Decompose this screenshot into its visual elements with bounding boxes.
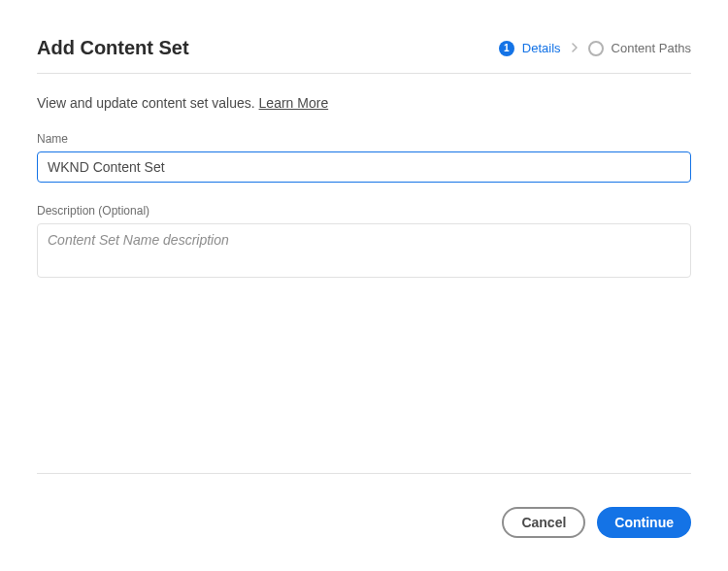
intro-text: View and update content set values. Lear… <box>37 95 691 111</box>
description-input[interactable] <box>37 223 691 278</box>
name-label: Name <box>37 132 691 146</box>
learn-more-link[interactable]: Learn More <box>259 95 329 111</box>
continue-button[interactable]: Continue <box>597 507 691 538</box>
description-label: Description (Optional) <box>37 204 691 218</box>
chevron-right-icon <box>571 42 579 55</box>
page-title: Add Content Set <box>37 37 189 59</box>
step-circle-icon <box>588 41 604 56</box>
step-label: Details <box>522 41 561 55</box>
step-content-paths[interactable]: Content Paths <box>588 41 691 56</box>
footer-divider <box>37 473 691 474</box>
intro-text-content: View and update content set values. <box>37 95 259 111</box>
step-details[interactable]: 1 Details <box>499 41 561 56</box>
name-input[interactable] <box>37 151 691 183</box>
step-label: Content Paths <box>612 41 691 55</box>
wizard-stepper: 1 Details Content Paths <box>499 41 691 56</box>
cancel-button[interactable]: Cancel <box>502 507 585 538</box>
step-number-icon: 1 <box>499 41 514 56</box>
